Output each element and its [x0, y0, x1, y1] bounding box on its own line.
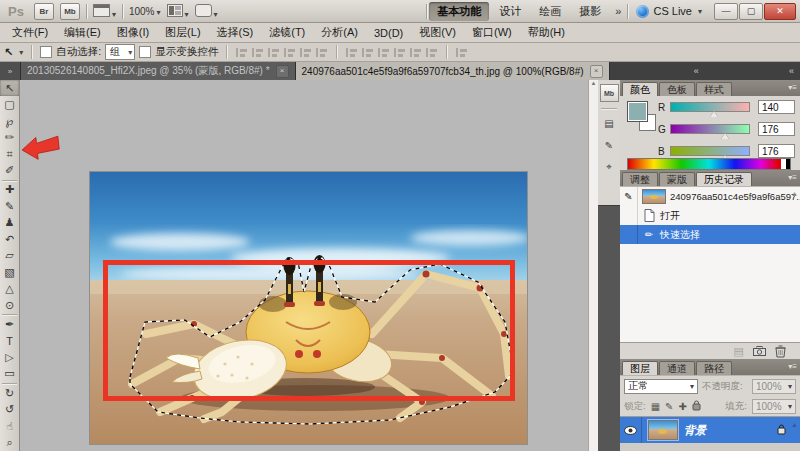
workspace-photography[interactable]: 摄影 [571, 2, 609, 21]
toolbar-collapse-button[interactable]: » [0, 62, 21, 80]
history-state-quick-select[interactable]: ✏ 快速选择 [620, 225, 800, 244]
tab-paths[interactable]: 路径 [696, 361, 732, 375]
clone-stamp-tool[interactable]: ♟ [0, 215, 19, 231]
green-slider[interactable] [670, 124, 750, 134]
minibridge-button[interactable]: Mb [60, 3, 80, 20]
distribute-vcenter-icon[interactable] [361, 47, 374, 58]
crop-tool[interactable]: ⌗ [0, 146, 19, 162]
panel-menu-icon[interactable]: ▾≡ [788, 83, 797, 92]
menu-select[interactable]: 选择(S) [209, 25, 262, 40]
tool-preset-dropdown[interactable]: ▾ [19, 48, 23, 57]
green-slider-thumb[interactable] [721, 133, 729, 139]
menu-file[interactable]: 文件(F) [4, 25, 56, 40]
red-slider-thumb[interactable] [710, 111, 718, 117]
document-tab-1[interactable]: 20130526140805_Hfi2X.jpeg @ 35% (蒙版, RGB… [21, 62, 296, 80]
tab-channels[interactable]: 通道 [659, 361, 695, 375]
eraser-tool[interactable]: ▱ [0, 248, 19, 264]
set-source-checkbox[interactable] [620, 225, 638, 244]
lock-all-icon[interactable] [692, 400, 701, 413]
history-snapshot-row[interactable]: ✎ 240976aa501c4e5f9a9f6a597... [620, 187, 800, 206]
layers-scroll-up-icon[interactable]: ▲ [791, 421, 798, 428]
tab-adjustments[interactable]: 调整 [622, 172, 658, 186]
canvas-area[interactable] [20, 80, 588, 451]
rectangle-tool[interactable]: ▭ [0, 366, 19, 382]
auto-align-layers-icon[interactable] [455, 47, 468, 58]
zoom-tool[interactable]: ⌕ [0, 434, 19, 450]
adjustments-panel-icon[interactable]: ▤ [601, 115, 618, 131]
distribute-bottom-icon[interactable] [377, 47, 390, 58]
lasso-tool[interactable]: ℘ [0, 113, 19, 129]
history-brush-tool[interactable]: ↶ [0, 231, 19, 247]
quick-selection-tool[interactable]: ✏ [0, 129, 19, 145]
lock-image-icon[interactable]: ✎ [665, 401, 673, 412]
opacity-dropdown[interactable]: 100% ▾ [752, 379, 796, 394]
screen-mode-button[interactable]: ▾ [195, 4, 218, 19]
lock-transparency-icon[interactable]: ▦ [651, 401, 660, 412]
distribute-left-icon[interactable] [393, 47, 406, 58]
hand-tool[interactable]: ☝ [0, 418, 19, 434]
align-hcenter-icon[interactable] [299, 47, 312, 58]
history-brush-source-icon[interactable]: ✎ [620, 187, 638, 206]
distribute-right-icon[interactable] [425, 47, 438, 58]
tab-layers[interactable]: 图层 [622, 361, 658, 375]
pen-tool[interactable]: ✒ [0, 316, 19, 332]
blur-tool[interactable]: △ [0, 280, 19, 296]
foreground-color-swatch[interactable] [627, 101, 648, 122]
distribute-top-icon[interactable] [345, 47, 358, 58]
panel-menu-icon[interactable]: ▾≡ [788, 173, 797, 182]
arrange-documents-button[interactable]: ▾ [167, 4, 189, 19]
new-document-from-state-icon[interactable]: ▤ [734, 345, 744, 358]
history-state-open[interactable]: 打开 [620, 206, 800, 225]
align-top-icon[interactable] [235, 47, 248, 58]
dock-collapse-button[interactable]: « [688, 62, 705, 80]
spot-healing-brush-tool[interactable]: ✚ [0, 182, 19, 198]
3d-rotate-tool[interactable]: ↻ [0, 385, 19, 401]
document-image-crab-on-beach[interactable] [90, 172, 527, 444]
tab-styles[interactable]: 样式 [696, 82, 732, 96]
color-spectrum-ramp[interactable] [627, 158, 791, 170]
align-vcenter-icon[interactable] [251, 47, 264, 58]
view-extras-button[interactable]: ▾ [93, 4, 116, 19]
close-tab-icon[interactable]: × [276, 65, 289, 78]
delete-state-trash-icon[interactable] [775, 345, 786, 358]
menu-window[interactable]: 窗口(W) [464, 25, 520, 40]
new-snapshot-icon[interactable] [753, 346, 766, 356]
tab-color[interactable]: 颜色 [622, 82, 658, 96]
workspace-design[interactable]: 设计 [491, 2, 529, 21]
blue-value-input[interactable] [758, 144, 795, 158]
mini-bridge-panel-icon[interactable]: Mb [600, 84, 619, 102]
layer-visibility-eye-icon[interactable] [620, 417, 642, 443]
blend-mode-dropdown[interactable]: 正常 ▾ [624, 379, 698, 394]
menu-edit[interactable]: 编辑(E) [56, 25, 109, 40]
blue-slider[interactable] [670, 146, 750, 156]
tab-masks[interactable]: 蒙版 [659, 172, 695, 186]
align-right-icon[interactable] [315, 47, 328, 58]
menu-view[interactable]: 视图(V) [411, 25, 464, 40]
eyedropper-tool[interactable]: ✐ [0, 162, 19, 178]
clone-source-panel-icon[interactable]: ⌖ [601, 159, 618, 175]
distribute-hcenter-icon[interactable] [409, 47, 422, 58]
red-slider[interactable] [670, 102, 750, 112]
close-tab-icon[interactable]: × [590, 65, 603, 78]
workspace-essentials[interactable]: 基本功能 [429, 2, 489, 21]
show-transform-checkbox[interactable] [139, 46, 151, 58]
fill-dropdown[interactable]: 100% ▾ [752, 399, 796, 414]
align-bottom-icon[interactable] [267, 47, 280, 58]
3d-roll-tool[interactable]: ↺ [0, 402, 19, 418]
bridge-button[interactable]: Br [34, 3, 54, 20]
close-button[interactable]: ✕ [764, 3, 796, 20]
workspace-painting[interactable]: 绘画 [531, 2, 569, 21]
workspace-overflow-button[interactable]: » [611, 5, 625, 17]
path-selection-tool[interactable]: ▷ [0, 349, 19, 365]
align-left-icon[interactable] [283, 47, 296, 58]
menu-analysis[interactable]: 分析(A) [313, 25, 366, 40]
tab-swatches[interactable]: 色板 [659, 82, 695, 96]
document-tab-2[interactable]: 240976aa501c4e5f9a9f6a59707fcb34_th.jpg … [296, 62, 610, 80]
maximize-button[interactable]: ▢ [739, 3, 763, 20]
dodge-tool[interactable]: ⊙ [0, 297, 19, 313]
panel-menu-icon[interactable]: ▾≡ [788, 362, 797, 371]
rectangular-marquee-tool[interactable]: ▢ [0, 96, 19, 112]
green-value-input[interactable] [758, 122, 795, 136]
lock-position-icon[interactable]: ✚ [678, 401, 686, 412]
tab-history[interactable]: 历史记录 [696, 172, 752, 186]
